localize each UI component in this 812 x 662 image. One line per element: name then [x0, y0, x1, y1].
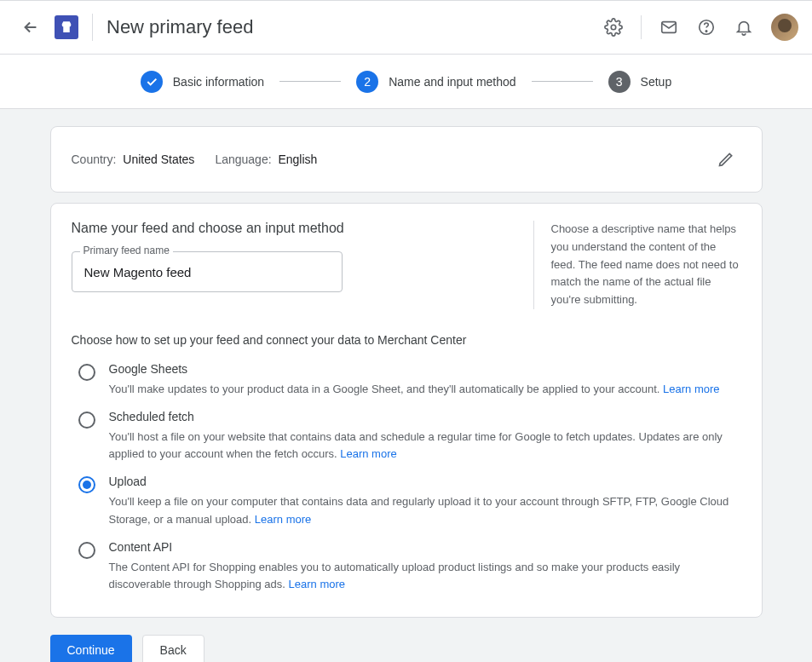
- button-row: Continue Back: [50, 635, 763, 662]
- country-label: Country:: [72, 153, 117, 166]
- step-connector: [532, 81, 593, 82]
- step-setup[interactable]: 3 Setup: [608, 71, 672, 93]
- settings-button[interactable]: [596, 10, 631, 44]
- country-value: United States: [123, 153, 194, 166]
- option-title: Upload: [109, 475, 734, 488]
- page-title: New primary feed: [107, 16, 596, 38]
- step-active-circle: 2: [356, 71, 378, 93]
- language-label: Language:: [215, 153, 271, 166]
- back-arrow-button[interactable]: [14, 10, 48, 44]
- header-divider: [92, 14, 93, 41]
- continue-button[interactable]: Continue: [50, 635, 132, 662]
- gear-icon: [604, 18, 623, 37]
- step-label: Name and input method: [389, 75, 515, 89]
- learn-more-link[interactable]: Learn more: [340, 447, 396, 460]
- feed-name-label: Primary feed name: [80, 245, 173, 256]
- app-header: New primary feed: [0, 0, 812, 55]
- option-desc: You'll host a file on your website that …: [109, 429, 734, 463]
- step-connector: [279, 81, 341, 82]
- edit-summary-button[interactable]: [711, 144, 741, 175]
- option-title: Google Sheets: [109, 362, 734, 376]
- stepper: Basic information 2 Name and input metho…: [0, 55, 812, 109]
- section-heading: Name your feed and choose an input metho…: [72, 221, 506, 236]
- actions-divider: [641, 15, 642, 39]
- learn-more-link[interactable]: Learn more: [663, 383, 719, 395]
- language-value: English: [278, 153, 317, 166]
- step-label: Setup: [641, 75, 672, 89]
- user-avatar[interactable]: [771, 14, 798, 41]
- svg-point-3: [705, 31, 706, 32]
- option-title: Content API: [109, 540, 734, 554]
- page-body: Country: United States Language: English…: [0, 109, 812, 662]
- step-done-circle: [141, 71, 163, 93]
- merchant-center-icon: [55, 15, 78, 39]
- choose-heading: Choose how to set up your feed and conne…: [72, 333, 741, 347]
- option-google-sheets[interactable]: Google Sheets You'll make updates to you…: [72, 357, 741, 405]
- help-icon: [697, 18, 716, 37]
- step-name-input-method[interactable]: 2 Name and input method: [356, 71, 515, 93]
- learn-more-link[interactable]: Learn more: [289, 578, 345, 590]
- option-desc: You'll keep a file on your computer that…: [109, 493, 734, 527]
- pencil-icon: [717, 151, 734, 168]
- step-todo-circle: 3: [608, 71, 631, 93]
- radio-upload[interactable]: [78, 476, 95, 493]
- header-actions: [596, 10, 798, 44]
- radio-scheduled-fetch[interactable]: [78, 412, 95, 429]
- bell-icon: [734, 18, 753, 37]
- radio-content-api[interactable]: [78, 542, 95, 559]
- option-desc: You'll make updates to your product data…: [109, 381, 734, 398]
- check-icon: [145, 75, 158, 89]
- svg-point-0: [611, 25, 616, 30]
- arrow-left-icon: [21, 18, 40, 37]
- option-upload[interactable]: Upload You'll keep a file on your comput…: [72, 469, 741, 534]
- step-basic-information[interactable]: Basic information: [141, 71, 264, 93]
- feed-name-input[interactable]: [72, 251, 343, 292]
- learn-more-link[interactable]: Learn more: [255, 513, 311, 526]
- radio-google-sheets[interactable]: [78, 364, 95, 381]
- help-button[interactable]: [689, 10, 723, 44]
- notifications-button[interactable]: [727, 10, 761, 44]
- step-label: Basic information: [173, 75, 264, 89]
- option-desc: The Content API for Shopping enables you…: [109, 559, 734, 593]
- mail-icon: [659, 18, 678, 37]
- option-scheduled-fetch[interactable]: Scheduled fetch You'll host a file on yo…: [72, 405, 741, 469]
- mail-button[interactable]: [652, 10, 686, 44]
- main-card: Name your feed and choose an input metho…: [50, 203, 763, 618]
- help-panel: Choose a descriptive name that helps you…: [533, 221, 741, 309]
- back-button[interactable]: Back: [142, 635, 204, 662]
- option-title: Scheduled fetch: [109, 410, 734, 423]
- option-content-api[interactable]: Content API The Content API for Shopping…: [72, 535, 741, 600]
- feed-name-field: Primary feed name: [72, 251, 343, 292]
- summary-card: Country: United States Language: English: [50, 126, 763, 193]
